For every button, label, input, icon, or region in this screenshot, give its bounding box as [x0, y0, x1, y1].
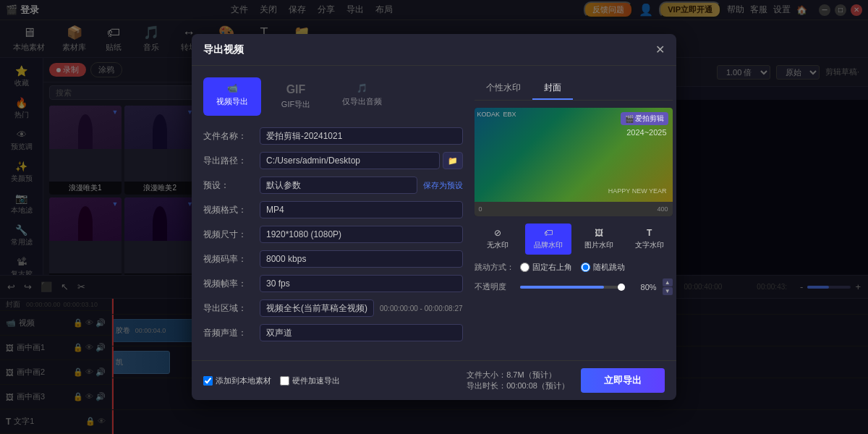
framerate-label: 视频帧率： [203, 278, 254, 290]
opacity-slider[interactable] [520, 286, 625, 289]
resolution-row: 视频尺寸： 1920*1080 (1080P) [203, 226, 463, 243]
brand-watermark-button[interactable]: 🏷 品牌水印 [525, 224, 571, 255]
opacity-stepper: ▲ ▼ [663, 278, 673, 295]
modal-body: 📹 视频导出 GIF GIF导出 🎵 仅导出音频 文件名称： [192, 66, 676, 360]
audio-export-icon: 🎵 [357, 83, 367, 93]
year-text: 2024~2025 [626, 128, 666, 137]
opacity-slider-fill [520, 286, 604, 289]
opacity-row: 不透明度 80% ▲ ▼ [475, 278, 673, 295]
export-area-select[interactable]: 视频全长(当前草稿全视频) [260, 299, 374, 317]
fixed-corner-option[interactable]: 固定右上角 [520, 262, 572, 273]
no-watermark-button[interactable]: ⊘ 无水印 [475, 224, 521, 255]
filename-input[interactable] [260, 127, 463, 145]
export-type-tabs: 📹 视频导出 GIF GIF导出 🎵 仅导出音频 [203, 77, 463, 116]
watermark-type-options: ⊘ 无水印 🏷 品牌水印 🖼 图片水印 T 文字水印 [475, 224, 673, 255]
tab-personal-watermark[interactable]: 个性水印 [475, 77, 532, 100]
opacity-slider-thumb[interactable] [618, 284, 625, 291]
right-panel-tabs: 个性水印 封面 [475, 77, 673, 101]
format-select[interactable]: MP4 [260, 201, 463, 218]
kodak-label: KODAK [477, 111, 501, 118]
preview-sub-title: HAPPY NEW YEAR [608, 187, 667, 195]
export-right-panel: 个性水印 封面 KODAK EBX 🎬 爱拍剪辑 2024~2025 [475, 77, 673, 349]
resolution-select[interactable]: 1920*1080 (1080P) [260, 226, 463, 243]
image-watermark-button[interactable]: 🖼 图片水印 [576, 224, 622, 255]
ebx-label: EBX [503, 111, 516, 118]
file-size-label: 文件大小：8.7M（预计） [467, 370, 569, 380]
footer-options: 添加到本地素材 硬件加速导出 [203, 375, 340, 386]
cover-preview-content: KODAK EBX 🎬 爱拍剪辑 2024~2025 一起跨年啦 HAPPY N… [475, 108, 673, 216]
jump-style-options: 固定右上角 随机跳动 [520, 262, 625, 273]
footer-info: 文件大小：8.7M（预计） 导出时长：00:00:08（预计） 立即导出 [467, 368, 665, 393]
filepath-input-group: 📁 [260, 152, 463, 169]
bitrate-select[interactable]: 8000 kbps [260, 250, 463, 268]
no-watermark-icon: ⊘ [494, 228, 501, 238]
format-row: 视频格式： MP4 [203, 201, 463, 218]
export-area-label: 导出区域： [203, 302, 254, 315]
gif-export-icon: GIF [286, 83, 306, 96]
opacity-label: 不透明度 [475, 281, 514, 292]
filepath-row: 导出路径： 📁 [203, 152, 463, 169]
brand-icon: 🎬 [625, 115, 634, 123]
bitrate-label: 视频码率： [203, 253, 254, 265]
framerate-row: 视频帧率： 30 fps [203, 275, 463, 292]
filepath-input[interactable] [260, 152, 440, 169]
export-duration-label: 导出时长：00:00:08（预计） [467, 380, 569, 391]
export-settings-panel: 📹 视频导出 GIF GIF导出 🎵 仅导出音频 文件名称： [203, 77, 463, 349]
brand-logo-overlay: 🎬 爱拍剪辑 [621, 112, 668, 125]
opacity-up-button[interactable]: ▲ [663, 278, 673, 286]
text-watermark-icon: T [647, 228, 652, 238]
modal-footer: 添加到本地素材 硬件加速导出 文件大小：8.7M（预计） 导出时长：00:00:… [192, 360, 676, 400]
file-info-block: 文件大小：8.7M（预计） 导出时长：00:00:08（预计） [467, 370, 569, 391]
browse-button[interactable]: 📁 [443, 152, 463, 169]
tab-gif-export[interactable]: GIF GIF导出 [267, 77, 325, 116]
tab-cover[interactable]: 封面 [532, 77, 573, 100]
tab-video-export[interactable]: 📹 视频导出 [203, 77, 261, 116]
preview-time-right: 400 [658, 205, 668, 213]
filepath-label: 导出路径： [203, 155, 254, 167]
modal-close-button[interactable]: ✕ [655, 43, 665, 56]
add-to-local-checkbox[interactable]: 添加到本地素材 [203, 375, 271, 386]
format-label: 视频格式： [203, 204, 254, 216]
modal-header: 导出视频 ✕ [192, 34, 676, 66]
video-export-icon: 📹 [227, 83, 238, 93]
audio-row: 音频声道： 双声道 [203, 324, 463, 341]
preview-time-left: 0 [479, 205, 482, 213]
audio-label: 音频声道： [203, 327, 254, 339]
modal-overlay: 导出视频 ✕ 📹 视频导出 GIF GIF导出 🎵 [0, 0, 868, 434]
random-jump-option[interactable]: 随机跳动 [581, 262, 625, 273]
preview-bottom-bar: 0 400 [475, 202, 673, 216]
time-range-label: 00:00:00:00 - 00:00:08:27 [380, 305, 463, 312]
bitrate-row: 视频码率： 8000 kbps [203, 250, 463, 268]
export-now-button[interactable]: 立即导出 [581, 368, 665, 393]
text-watermark-button[interactable]: T 文字水印 [626, 224, 673, 255]
opacity-value-label: 80% [631, 283, 657, 292]
preset-select[interactable]: 默认参数 [260, 176, 417, 194]
jump-style-row: 跳动方式： 固定右上角 随机跳动 [475, 262, 673, 273]
preset-label: 预设： [203, 179, 254, 192]
opacity-down-button[interactable]: ▼ [663, 287, 673, 295]
export-area-row: 导出区域： 视频全长(当前草稿全视频) 00:00:00:00 - 00:00:… [203, 299, 463, 317]
preset-save-button[interactable]: 保存为预设 [423, 180, 463, 191]
audio-select[interactable]: 双声道 [260, 324, 463, 341]
cover-preview-frame: KODAK EBX 🎬 爱拍剪辑 2024~2025 一起跨年啦 HAPPY N… [475, 108, 673, 216]
jump-style-label: 跳动方式： [475, 262, 514, 273]
framerate-select[interactable]: 30 fps [260, 275, 463, 292]
tab-audio-export[interactable]: 🎵 仅导出音频 [331, 77, 393, 116]
hw-accel-checkbox[interactable]: 硬件加速导出 [280, 375, 340, 386]
filename-row: 文件名称： [203, 127, 463, 145]
filename-label: 文件名称： [203, 130, 254, 142]
modal-title: 导出视频 [203, 43, 244, 56]
resolution-label: 视频尺寸： [203, 229, 254, 241]
export-dialog: 导出视频 ✕ 📹 视频导出 GIF GIF导出 🎵 [192, 34, 676, 400]
preset-row: 预设： 默认参数 保存为预设 [203, 176, 463, 194]
brand-watermark-icon: 🏷 [544, 228, 553, 238]
image-watermark-icon: 🖼 [595, 228, 603, 238]
